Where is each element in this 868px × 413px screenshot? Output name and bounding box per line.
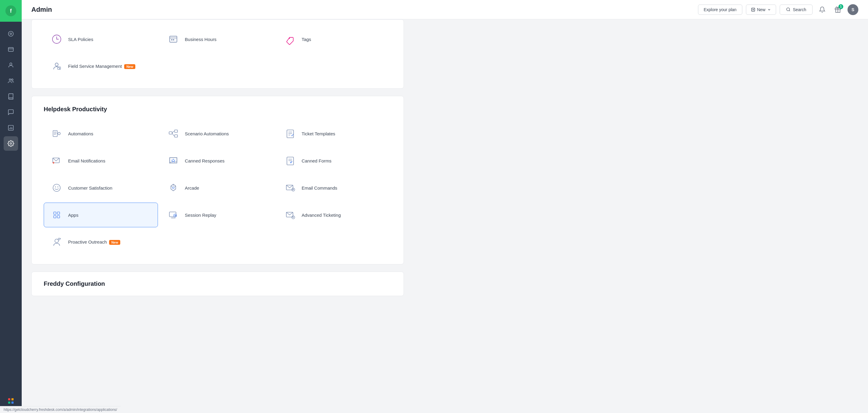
svg-point-71 [55, 239, 59, 243]
svg-point-17 [786, 8, 789, 11]
tags-item[interactable]: Tags [277, 27, 392, 52]
svg-rect-60 [57, 212, 60, 214]
svg-rect-25 [173, 39, 174, 40]
tags-label: Tags [302, 37, 311, 42]
svg-point-8 [11, 79, 13, 81]
tickets-icon[interactable] [4, 42, 18, 57]
arcade-item[interactable]: Arcade [160, 175, 275, 200]
url-bar: https://getcloudcherry.freshdesk.com/a/a… [0, 406, 121, 413]
svg-text:f: f [10, 8, 12, 14]
freddy-configuration-section: Freddy Configuration [31, 272, 404, 296]
top-items-grid: SLA Policies Business Hours [44, 27, 392, 79]
content-area: SLA Policies Business Hours [22, 19, 868, 413]
gift-button[interactable]: 1 [832, 4, 844, 16]
app-logo[interactable]: f [0, 0, 22, 22]
svg-line-37 [172, 131, 174, 133]
top-section: SLA Policies Business Hours [31, 19, 404, 89]
notifications-button[interactable] [816, 4, 828, 16]
automations-icon [50, 127, 63, 140]
business-hours-label: Business Hours [185, 37, 216, 42]
search-button[interactable]: Search [780, 4, 812, 15]
proactive-outreach-item[interactable]: Proactive OutreachNew [44, 230, 158, 255]
ticket-templates-label: Ticket Templates [302, 131, 336, 136]
email-commands-label: Email Commands [302, 185, 337, 190]
apps-item[interactable]: Apps [44, 203, 158, 227]
session-replay-item[interactable]: Session Replay [160, 203, 275, 227]
plus-icon [751, 7, 755, 12]
header-actions: Explore your plan New Search [698, 4, 858, 16]
field-service-label: Field Service ManagementNew [68, 64, 135, 69]
email-notifications-item[interactable]: Email Notifications [44, 148, 158, 173]
sidebar: f [0, 0, 22, 413]
gift-badge: 1 [838, 4, 843, 9]
svg-point-13 [10, 143, 12, 144]
automations-item[interactable]: Automations [44, 121, 158, 146]
session-replay-icon [167, 208, 180, 222]
svg-point-3 [10, 33, 12, 35]
business-hours-icon [167, 33, 180, 46]
email-commands-icon [284, 181, 297, 195]
bell-icon [819, 6, 826, 13]
sla-policies-item[interactable]: SLA Policies [44, 27, 158, 52]
svg-line-38 [172, 133, 174, 136]
proactive-outreach-badge: New [109, 240, 120, 245]
svg-rect-34 [169, 132, 172, 134]
sidebar-nav [4, 22, 18, 389]
helpdesk-productivity-title: Helpdesk Productivity [44, 106, 392, 113]
ticket-templates-item[interactable]: Ticket Templates [277, 121, 392, 146]
business-hours-item[interactable]: Business Hours [160, 27, 275, 52]
session-replay-label: Session Replay [185, 212, 216, 218]
new-button[interactable]: New [746, 4, 776, 15]
avatar[interactable]: S [847, 4, 858, 15]
svg-rect-36 [175, 135, 178, 137]
tags-icon [284, 33, 297, 46]
field-service-item[interactable]: Field Service ManagementNew [44, 54, 158, 79]
svg-point-26 [289, 38, 290, 39]
svg-rect-35 [175, 130, 178, 132]
customer-satisfaction-icon [50, 181, 63, 195]
explore-plan-button[interactable]: Explore your plan [698, 4, 742, 15]
email-commands-item[interactable]: Email Commands [277, 175, 392, 200]
groups-icon[interactable] [4, 73, 18, 88]
svg-rect-62 [57, 215, 60, 218]
reports-icon[interactable] [4, 121, 18, 135]
arcade-label: Arcade [185, 185, 199, 190]
chevron-down-icon [767, 8, 771, 11]
advanced-ticketing-item[interactable]: Advanced Ticketing [277, 203, 392, 227]
email-notifications-icon [50, 154, 63, 167]
canned-forms-icon [284, 154, 297, 167]
scenario-automations-label: Scenario Automations [185, 131, 229, 136]
contacts-icon[interactable] [4, 58, 18, 72]
svg-point-2 [8, 31, 13, 36]
canned-forms-item[interactable]: Canned Forms [277, 148, 392, 173]
sla-icon [50, 33, 63, 46]
settings-icon[interactable] [4, 136, 18, 151]
home-icon[interactable] [4, 27, 18, 41]
search-icon [786, 7, 790, 12]
canned-responses-item[interactable]: Canned Responses [160, 148, 275, 173]
svg-rect-47 [287, 157, 293, 165]
canned-forms-label: Canned Forms [302, 158, 332, 164]
apps-label: Apps [68, 212, 79, 218]
main-area: Admin Explore your plan New Sear [22, 0, 868, 413]
url-text: https://getcloudcherry.freshdesk.com/a/a… [4, 408, 117, 412]
proactive-outreach-label: Proactive OutreachNew [68, 239, 120, 245]
svg-rect-39 [287, 130, 293, 138]
content-inner: SLA Policies Business Hours [22, 19, 413, 413]
arcade-icon [167, 181, 180, 195]
svg-rect-61 [54, 215, 56, 218]
header: Admin Explore your plan New Sear [22, 0, 868, 19]
email-notifications-label: Email Notifications [68, 158, 105, 164]
field-service-icon [50, 60, 63, 73]
svg-point-27 [55, 63, 58, 66]
proactive-outreach-icon [50, 235, 63, 249]
customer-satisfaction-item[interactable]: Customer Satisfaction [44, 175, 158, 200]
knowledge-icon[interactable] [4, 89, 18, 104]
chat-icon[interactable] [4, 105, 18, 119]
scenario-automations-item[interactable]: Scenario Automations [160, 121, 275, 146]
svg-point-52 [55, 186, 56, 187]
helpdesk-productivity-section: Helpdesk Productivity [31, 96, 404, 264]
svg-point-6 [10, 63, 12, 65]
svg-rect-59 [54, 212, 56, 214]
scenario-automations-icon [167, 127, 180, 140]
